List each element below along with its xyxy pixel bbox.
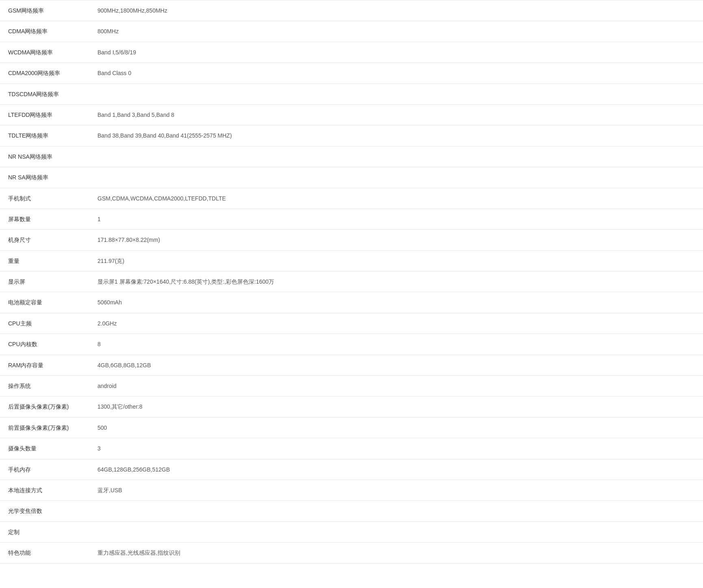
- spec-value-storage: 64GB,128GB,256GB,512GB: [89, 459, 703, 480]
- spec-label-phone-mode: 手机制式: [0, 188, 89, 209]
- spec-row-cpu-freq: CPU主频2.0GHz: [0, 313, 703, 334]
- spec-value-cpu-freq: 2.0GHz: [89, 313, 703, 334]
- spec-value-ram: 4GB,6GB,8GB,12GB: [89, 355, 703, 375]
- spec-value-cdma-freq: 800MHz: [89, 21, 703, 42]
- spec-row-optical-zoom: 光学变焦倍数: [0, 501, 703, 521]
- spec-label-optical-zoom: 光学变焦倍数: [0, 501, 89, 521]
- spec-label-size: 机身尺寸: [0, 230, 89, 250]
- spec-row-screen-count: 屏幕数量1: [0, 209, 703, 229]
- spec-row-ram: RAM内存容量4GB,6GB,8GB,12GB: [0, 355, 703, 375]
- spec-value-nr-sa-freq: [89, 167, 703, 188]
- spec-row-cdma2000-freq: CDMA2000网络频率Band Class 0: [0, 63, 703, 84]
- spec-row-nr-sa-freq: NR SA网络频率: [0, 167, 703, 188]
- spec-label-nr-sa-freq: NR SA网络频率: [0, 167, 89, 188]
- spec-label-rear-camera: 后置摄像头像素(万像素): [0, 396, 89, 417]
- spec-row-custom: 定制: [0, 521, 703, 542]
- spec-value-display: 显示屏1 屏幕像素:720×1640,尺寸:6.88(英寸),类型:,彩色屏色深…: [89, 271, 703, 292]
- spec-label-ltefdd-freq: LTEFDD网络频率: [0, 104, 89, 125]
- spec-value-wcdma-freq: Band Ⅰ,5/6/8/19: [89, 42, 703, 62]
- spec-value-connectivity: 蓝牙,USB: [89, 480, 703, 500]
- spec-row-wcdma-freq: WCDMA网络频率Band Ⅰ,5/6/8/19: [0, 42, 703, 62]
- spec-label-cpu-cores: CPU内核数: [0, 334, 89, 355]
- spec-row-cdma-freq: CDMA网络频率800MHz: [0, 21, 703, 42]
- spec-label-ram: RAM内存容量: [0, 355, 89, 375]
- spec-row-front-camera: 前置摄像头像素(万像素)500: [0, 417, 703, 438]
- spec-label-features: 特色功能: [0, 543, 89, 563]
- spec-value-camera-count: 3: [89, 438, 703, 459]
- spec-value-phone-mode: GSM,CDMA,WCDMA,CDMA2000,LTEFDD,TDLTE: [89, 188, 703, 209]
- spec-label-tdscdma-freq: TDSCDMA网络频率: [0, 84, 89, 104]
- spec-value-ltefdd-freq: Band 1,Band 3,Band 5,Band 8: [89, 104, 703, 125]
- spec-label-connectivity: 本地连接方式: [0, 480, 89, 500]
- spec-label-camera-count: 摄像头数量: [0, 438, 89, 459]
- spec-value-tdlte-freq: Band 38,Band 39,Band 40,Band 41(2555-257…: [89, 125, 703, 146]
- spec-label-storage: 手机内存: [0, 459, 89, 480]
- spec-value-weight: 211.97(克): [89, 250, 703, 271]
- spec-row-os: 操作系统android: [0, 376, 703, 396]
- spec-row-storage: 手机内存64GB,128GB,256GB,512GB: [0, 459, 703, 480]
- spec-row-features: 特色功能重力感应器,光线感应器,指纹识别: [0, 543, 703, 563]
- spec-label-cpu-freq: CPU主频: [0, 313, 89, 334]
- spec-row-size: 机身尺寸171.88×77.80×8.22(mm): [0, 230, 703, 250]
- spec-table: GSM网络频率900MHz,1800MHz,850MHzCDMA网络频率800M…: [0, 0, 703, 564]
- spec-label-custom: 定制: [0, 521, 89, 542]
- spec-row-tdlte-freq: TDLTE网络频率Band 38,Band 39,Band 40,Band 41…: [0, 125, 703, 146]
- spec-value-rear-camera: 1300,其它/other:8: [89, 396, 703, 417]
- spec-row-display: 显示屏显示屏1 屏幕像素:720×1640,尺寸:6.88(英寸),类型:,彩色…: [0, 271, 703, 292]
- spec-label-wcdma-freq: WCDMA网络频率: [0, 42, 89, 62]
- spec-label-gsm-freq: GSM网络频率: [0, 0, 89, 21]
- spec-label-cdma-freq: CDMA网络频率: [0, 21, 89, 42]
- spec-row-battery: 电池额定容量5060mAh: [0, 292, 703, 313]
- spec-row-phone-mode: 手机制式GSM,CDMA,WCDMA,CDMA2000,LTEFDD,TDLTE: [0, 188, 703, 209]
- spec-label-tdlte-freq: TDLTE网络频率: [0, 125, 89, 146]
- spec-value-cpu-cores: 8: [89, 334, 703, 355]
- spec-value-tdscdma-freq: [89, 84, 703, 104]
- spec-row-weight: 重量211.97(克): [0, 250, 703, 271]
- spec-value-custom: [89, 521, 703, 542]
- spec-row-nr-nsa-freq: NR NSA网络频率: [0, 146, 703, 167]
- spec-label-os: 操作系统: [0, 376, 89, 396]
- spec-value-features: 重力感应器,光线感应器,指纹识别: [89, 543, 703, 563]
- spec-label-screen-count: 屏幕数量: [0, 209, 89, 229]
- spec-row-connectivity: 本地连接方式蓝牙,USB: [0, 480, 703, 500]
- spec-value-optical-zoom: [89, 501, 703, 521]
- spec-value-os: android: [89, 376, 703, 396]
- spec-value-screen-count: 1: [89, 209, 703, 229]
- spec-label-cdma2000-freq: CDMA2000网络频率: [0, 63, 89, 84]
- spec-value-battery: 5060mAh: [89, 292, 703, 313]
- spec-label-battery: 电池额定容量: [0, 292, 89, 313]
- spec-label-nr-nsa-freq: NR NSA网络频率: [0, 146, 89, 167]
- spec-row-ltefdd-freq: LTEFDD网络频率Band 1,Band 3,Band 5,Band 8: [0, 104, 703, 125]
- spec-row-cpu-cores: CPU内核数8: [0, 334, 703, 355]
- spec-row-gsm-freq: GSM网络频率900MHz,1800MHz,850MHz: [0, 0, 703, 21]
- spec-row-camera-count: 摄像头数量3: [0, 438, 703, 459]
- spec-value-cdma2000-freq: Band Class 0: [89, 63, 703, 84]
- spec-value-size: 171.88×77.80×8.22(mm): [89, 230, 703, 250]
- spec-value-gsm-freq: 900MHz,1800MHz,850MHz: [89, 0, 703, 21]
- spec-value-front-camera: 500: [89, 417, 703, 438]
- spec-row-tdscdma-freq: TDSCDMA网络频率: [0, 84, 703, 104]
- spec-label-front-camera: 前置摄像头像素(万像素): [0, 417, 89, 438]
- spec-value-nr-nsa-freq: [89, 146, 703, 167]
- spec-label-display: 显示屏: [0, 271, 89, 292]
- spec-row-rear-camera: 后置摄像头像素(万像素)1300,其它/other:8: [0, 396, 703, 417]
- spec-label-weight: 重量: [0, 250, 89, 271]
